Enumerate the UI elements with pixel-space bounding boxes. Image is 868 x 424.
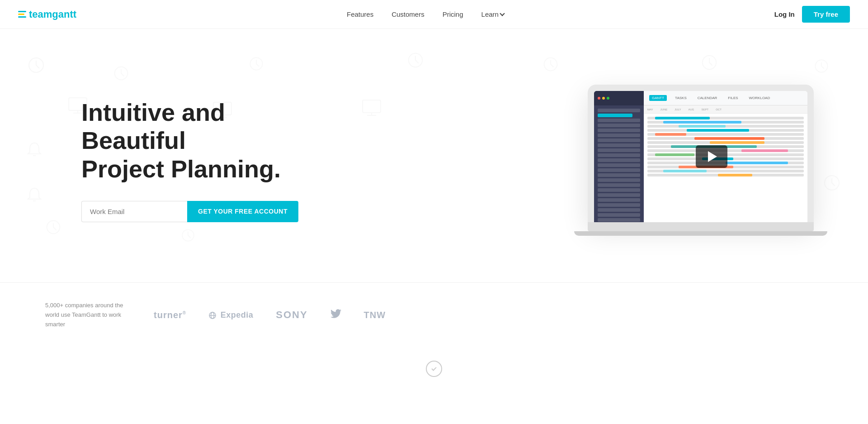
gantt-tab-tasks[interactable]: TASKS — [672, 95, 689, 101]
bg-clock-9 — [45, 219, 61, 235]
logo-team: team — [29, 9, 52, 20]
play-icon — [708, 151, 717, 162]
gantt-bar-row-5 — [647, 137, 804, 140]
bg-clock-1 — [27, 56, 45, 74]
logo-turner: turner® — [154, 310, 186, 320]
gs-row — [598, 168, 640, 172]
nav-learn[interactable]: Learn — [481, 10, 504, 18]
gantt-tab-workload[interactable]: WORKLOAD — [746, 95, 773, 101]
gantt-bar-5 — [694, 137, 765, 140]
gs-row — [598, 138, 640, 142]
navbar: teamgantt Features Customers Pricing Lea… — [0, 0, 868, 29]
logo-sony: SONY — [276, 309, 307, 321]
gantt-bar-8 — [741, 149, 788, 152]
dot-yellow — [602, 97, 605, 100]
logos-description: 5,000+ companies around the world use Te… — [45, 301, 127, 329]
checkmark-icon — [431, 366, 436, 371]
bg-clock-4 — [407, 52, 424, 69]
laptop-foot — [574, 231, 827, 236]
gs-row — [598, 163, 640, 167]
gs-row — [598, 124, 640, 127]
nav-actions: Log In Try free — [774, 6, 850, 23]
gs-row-active — [598, 114, 632, 117]
gantt-bar-14 — [718, 174, 752, 176]
bg-clock-8 — [823, 174, 841, 192]
twitter-bird-icon — [330, 309, 341, 318]
gs-row — [598, 203, 640, 207]
scroll-circle — [426, 361, 442, 377]
gantt-sidebar-header — [594, 91, 644, 105]
bg-clock-6 — [701, 54, 718, 71]
gs-row — [598, 198, 640, 202]
gantt-bar-2 — [679, 125, 726, 128]
gs-row — [598, 218, 640, 222]
logo-twitter — [330, 309, 341, 321]
logo-tnw: TNW — [364, 310, 386, 320]
gs-row — [598, 213, 640, 217]
dot-green — [607, 97, 609, 100]
gantt-tab-calendar[interactable]: CALENDAR — [695, 95, 720, 101]
bg-clock-2 — [113, 65, 129, 81]
gs-row — [598, 183, 640, 187]
nav-links: Features Customers Pricing Learn — [347, 10, 504, 19]
video-play-button[interactable] — [696, 145, 727, 168]
gs-row — [598, 148, 640, 152]
nav-customers[interactable]: Customers — [392, 10, 425, 18]
laptop-wrapper: GANTT TASKS CALENDAR FILES WORKLOAD — [588, 85, 814, 236]
bg-bell-1 — [27, 142, 42, 158]
svg-point-26 — [47, 221, 60, 234]
hero-title-line2: Project Planning. — [81, 155, 281, 182]
gantt-bar-13 — [663, 170, 707, 172]
bg-bell-2 — [27, 187, 42, 204]
laptop-outer: GANTT TASKS CALENDAR FILES WORKLOAD — [588, 85, 814, 222]
bg-monitor-3 — [362, 99, 382, 116]
gs-row — [598, 193, 640, 197]
svg-point-27 — [182, 229, 194, 241]
hero-title: Intuitive and Beautiful Project Planning… — [81, 98, 298, 182]
try-free-button[interactable]: Try free — [802, 6, 850, 23]
svg-rect-13 — [363, 100, 381, 113]
gs-row — [598, 173, 640, 177]
gantt-bar-1 — [663, 121, 741, 124]
gantt-bar-3 — [687, 129, 749, 132]
svg-point-2 — [250, 57, 262, 70]
bg-clock-5 — [542, 56, 559, 72]
gantt-bar-row-4 — [647, 133, 804, 136]
nav-features[interactable]: Features — [347, 10, 373, 18]
expedia-globe-icon — [209, 312, 216, 319]
gantt-bar-row-14 — [647, 174, 804, 176]
gantt-tab-active[interactable]: GANTT — [649, 95, 667, 101]
dot-red — [598, 97, 600, 100]
signup-form: GET YOUR FREE ACCOUNT — [81, 201, 298, 222]
gantt-tab-files[interactable]: FILES — [725, 95, 741, 101]
gantt-bar-row-3 — [647, 129, 804, 132]
cta-button[interactable]: GET YOUR FREE ACCOUNT — [187, 201, 298, 222]
logo[interactable]: teamgantt — [18, 9, 76, 20]
timeline-months: MAYJUNEJULYAUGSEPTOCT — [647, 108, 722, 111]
nav-learn-label: Learn — [481, 10, 499, 18]
gs-row — [598, 188, 640, 192]
gs-row — [598, 143, 640, 147]
svg-point-1 — [115, 67, 128, 80]
bg-clock-7 — [814, 58, 829, 74]
nav-pricing[interactable]: Pricing — [443, 10, 463, 18]
chevron-down-icon — [500, 11, 505, 16]
svg-point-4 — [544, 58, 557, 71]
gantt-bar-row-1 — [647, 121, 804, 124]
gs-row — [598, 129, 640, 132]
gantt-bar-11 — [726, 162, 788, 164]
svg-point-5 — [703, 56, 716, 69]
gantt-sidebar — [594, 91, 644, 222]
login-button[interactable]: Log In — [774, 10, 795, 18]
gantt-bar-9 — [655, 153, 694, 156]
logo-wordmark: teamgantt — [29, 9, 76, 20]
email-input[interactable] — [81, 201, 187, 222]
scroll-indicator[interactable] — [0, 356, 868, 386]
laptop-base — [588, 222, 814, 231]
bg-clock-3 — [249, 56, 264, 71]
logo-expedia: Expedia — [209, 310, 253, 320]
laptop-screen: GANTT TASKS CALENDAR FILES WORKLOAD — [594, 91, 807, 222]
gs-row — [598, 133, 640, 137]
bg-clock-10 — [181, 228, 195, 243]
svg-point-0 — [29, 58, 43, 72]
